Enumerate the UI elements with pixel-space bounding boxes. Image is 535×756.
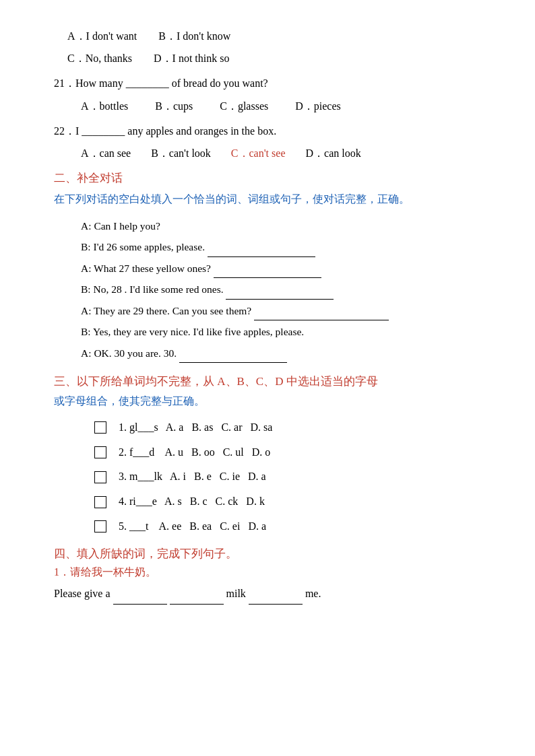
- section2-header: 二、补全对话: [54, 170, 495, 186]
- dialog-line3: A: What 27 these yellow ones?: [81, 259, 495, 278]
- dialog-line6: B: Yes, they are very nice. I'd like fiv…: [81, 322, 495, 341]
- dialog-line5: A: They are 29 there. Can you see them?: [81, 301, 495, 320]
- bracket-1: [94, 421, 106, 434]
- q22-options-row: A．can see B．can't look C．can't see D．can…: [54, 144, 495, 162]
- section3-block: 三、以下所给单词均不完整，从 A、B、C、D 中选出适当的字母 或字母组合，使其…: [54, 374, 495, 537]
- q21-section: 21．How many ________ of bread do you wan…: [54, 74, 495, 114]
- section4-block: 四、填入所缺的词，完成下列句子。 1．请给我一杯牛奶。 Please give …: [54, 546, 495, 605]
- blank-28: [226, 297, 334, 300]
- q20-optB: B．I don't know: [158, 30, 230, 42]
- q20-optC: C．No, thanks: [67, 53, 132, 64]
- q22-stem: 22．I ________ any apples and oranges in …: [54, 122, 495, 140]
- section2-block: 二、补全对话 在下列对话的空白处填入一个恰当的词、词组或句子，使对话完整，正确。: [54, 170, 495, 209]
- word-item-2: 2. f___d A. u B. oo C. ul D. o: [54, 443, 495, 462]
- q20-options: A．I don't want B．I don't know C．No, than…: [54, 27, 495, 67]
- dialog-block: A: Can I help you? B: I'd 26 some apples…: [54, 216, 495, 363]
- bracket-2: [94, 446, 106, 458]
- q21-options-row: A．bottles B．cups C．glasses D．pieces: [54, 97, 495, 115]
- word-item-1: 1. gl___s A. a B. as C. ar D. sa: [54, 418, 495, 438]
- bracket-5: [94, 520, 106, 532]
- q22-optC: C．can't see: [231, 144, 286, 162]
- section4-header: 四、填入所缺的词，完成下列句子。: [54, 546, 495, 561]
- q21-optB: B．cups: [155, 97, 193, 115]
- q21-optC: C．glasses: [220, 97, 268, 115]
- q21-optA: A．bottles: [81, 97, 128, 115]
- section3-header: 三、以下所给单词均不完整，从 A、B、C、D 中选出适当的字母: [54, 374, 495, 389]
- q21-stem: 21．How many ________ of bread do you wan…: [54, 74, 495, 92]
- q22-optD: D．can look: [305, 144, 360, 162]
- q22-section: 22．I ________ any apples and oranges in …: [54, 122, 495, 162]
- blank-30: [179, 360, 287, 363]
- q20-cd-row: C．No, thanks D．I not think so: [54, 49, 495, 67]
- blank-26: [208, 254, 315, 257]
- section3-instruction: 或字母组合，使其完整与正确。: [54, 392, 495, 411]
- dialog-line7: A: OK. 30 you are. 30.: [81, 343, 495, 363]
- dialog-line1: A: Can I help you?: [81, 216, 495, 236]
- bracket-4: [94, 496, 106, 508]
- q22-optA: A．can see: [81, 144, 131, 162]
- word-item-3: 3. m___lk A. i B. e C. ie D. a: [54, 467, 495, 487]
- bracket-3: [94, 471, 106, 483]
- word-item-4: 4. ri___e A. s B. c C. ck D. k: [54, 492, 495, 512]
- dialog-line4: B: No, 28 . I'd like some red ones.: [81, 279, 495, 299]
- word-item-5: 5. ___t A. ee B. ea C. ei D. a: [54, 517, 495, 537]
- blank-29: [254, 318, 389, 320]
- section2-instruction: 在下列对话的空白处填入一个恰当的词、词组或句子，使对话完整，正确。: [54, 190, 495, 209]
- blank-e3: [249, 582, 303, 605]
- q20-optA: A．I don't want: [67, 30, 137, 42]
- blank-27: [214, 275, 321, 278]
- q20-ab-row: A．I don't want B．I don't know: [54, 27, 495, 45]
- q20-optD: D．I not think so: [154, 53, 229, 64]
- blank-e2: [170, 582, 224, 605]
- section4-item1-english: Please give a milk me.: [54, 582, 495, 605]
- q22-optB: B．can't look: [151, 144, 211, 162]
- blank-e1: [113, 582, 167, 605]
- q21-optD: D．pieces: [295, 97, 341, 115]
- dialog-line2: B: I'd 26 some apples, please.: [81, 237, 495, 256]
- section4-item1-chinese: 1．请给我一杯牛奶。: [54, 565, 495, 580]
